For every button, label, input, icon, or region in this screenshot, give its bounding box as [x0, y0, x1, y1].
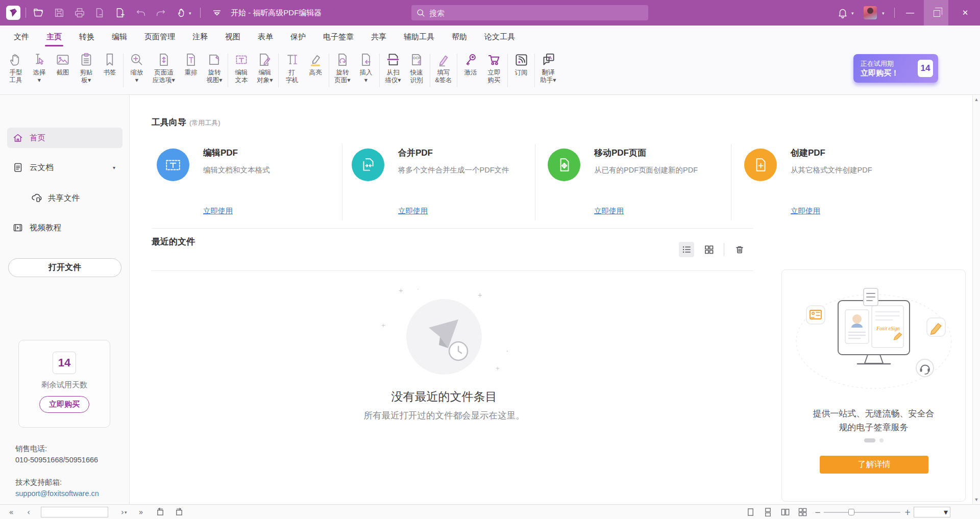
page-plus-icon[interactable] [113, 6, 127, 19]
menu-paper-tools[interactable]: 论文工具 [476, 26, 524, 48]
zoom-in-button[interactable]: + [902, 505, 913, 519]
use-now-link[interactable]: 立即使用 [791, 206, 820, 216]
search-input[interactable] [429, 9, 643, 17]
tool-activate[interactable]: 激活 [459, 52, 482, 77]
cloud-docs-caret-icon[interactable]: ▾ [113, 165, 115, 170]
tool-from-scanner[interactable]: 从扫描仪▾ [381, 52, 405, 84]
tool-reflow[interactable]: 重排 [179, 52, 203, 77]
menu-share[interactable]: 共享 [362, 26, 395, 48]
tool-quick-ocr[interactable]: OCR 快速识别 [405, 52, 428, 84]
use-now-link[interactable]: 立即使用 [203, 206, 233, 216]
collapse-ribbon-icon[interactable] [210, 6, 224, 19]
menu-edit[interactable]: 编辑 [103, 26, 136, 48]
prev-page-button[interactable]: ‹ [22, 505, 35, 519]
undo-icon[interactable] [134, 6, 148, 19]
search-bar[interactable] [411, 5, 648, 20]
menu-protect[interactable]: 保护 [282, 26, 314, 48]
print-icon[interactable] [73, 6, 86, 19]
tool-translate-assistant[interactable]: A 翻译助手▾ [536, 52, 560, 84]
zoom-level-combobox[interactable]: ▾ [914, 507, 950, 517]
notifications-caret-icon[interactable]: ▾ [851, 11, 854, 16]
sidebar-item-home[interactable]: 首页 [7, 128, 122, 148]
clear-recent-button[interactable] [732, 242, 747, 257]
zoom-out-button[interactable]: − [813, 505, 823, 519]
next-view-button[interactable] [172, 505, 186, 519]
page-number-input[interactable] [41, 509, 125, 516]
first-page-button[interactable]: « [4, 505, 18, 519]
tool-typewriter[interactable]: 打字机 [280, 52, 304, 84]
tool-fit-page[interactable]: 页面适应选项▾ [149, 52, 179, 84]
menu-convert[interactable]: 转换 [70, 26, 103, 48]
sidebar-item-cloud-docs[interactable]: 云文档 ▾ [7, 157, 122, 178]
page-number-combobox[interactable]: ▾ [41, 507, 108, 517]
touch-mode-caret-icon[interactable]: ▾ [189, 11, 191, 16]
tool-rotate-view[interactable]: 旋转视图▾ [203, 52, 226, 84]
menu-accessibility[interactable]: 辅助工具 [395, 26, 443, 48]
close-button[interactable]: ✕ [950, 0, 980, 26]
tool-rotate-pages[interactable]: 旋转页面▾ [331, 52, 354, 84]
sidebar-item-video-tutorials[interactable]: 视频教程 [7, 217, 122, 238]
tool-subscribe[interactable]: 订阅 [509, 52, 533, 77]
previous-view-button[interactable] [153, 505, 167, 519]
scanner-icon [385, 52, 401, 68]
tool-clipboard[interactable]: 剪贴板▾ [75, 52, 98, 84]
minimize-button[interactable]: — [898, 0, 922, 26]
buy-now-button[interactable]: 立即购买 [39, 396, 89, 413]
carousel-dots[interactable] [782, 438, 965, 442]
support-email-link[interactable]: support@foxitsoftware.cn [15, 489, 99, 498]
open-file-button[interactable]: 打开文件 [8, 258, 121, 277]
tool-edit-object[interactable]: 编辑对象▾ [253, 52, 277, 84]
tool-card-merge-pdf[interactable]: 合并PDF 将多个文件合并生成一个PDF文件 立即使用 [352, 144, 541, 220]
tool-card-move-pdf-pages[interactable]: 移动PDF页面 从已有的PDF页面创建新的PDF 立即使用 [548, 144, 737, 220]
use-now-link[interactable]: 立即使用 [398, 206, 428, 216]
page-minus-icon[interactable] [93, 6, 106, 19]
menu-file[interactable]: 文件 [5, 26, 38, 48]
facing-continuous-view-button[interactable] [795, 505, 810, 519]
menu-help[interactable]: 帮助 [443, 26, 476, 48]
tool-buy-now[interactable]: 立即购买 [482, 52, 506, 84]
menu-comment[interactable]: 注释 [184, 26, 216, 48]
trial-banner[interactable]: 正在试用期 立即购买！ 14 [853, 54, 938, 83]
facing-view-button[interactable] [778, 505, 792, 519]
tool-edit-text[interactable]: 编辑文本 [230, 52, 253, 84]
zoom-slider-track[interactable] [824, 512, 900, 513]
touch-mode-icon[interactable] [175, 6, 188, 19]
continuous-view-button[interactable] [761, 505, 775, 519]
account-caret-icon[interactable]: ▾ [882, 11, 885, 16]
restore-button[interactable] [924, 0, 948, 26]
tool-card-edit-pdf[interactable]: 编辑PDF 编辑文档和文本格式 立即使用 [157, 144, 346, 220]
menu-page-manage[interactable]: 页面管理 [136, 26, 184, 48]
save-icon[interactable] [53, 6, 66, 19]
zoom-slider-handle[interactable] [848, 509, 854, 515]
menu-form[interactable]: 表单 [249, 26, 282, 48]
vertical-scrollbar[interactable]: ▲ ▼ [972, 95, 980, 504]
tool-select[interactable]: 选择▾ [28, 52, 51, 84]
carousel-dot-active[interactable] [864, 438, 875, 442]
open-file-icon[interactable] [32, 6, 45, 19]
tool-snapshot[interactable]: 截图 [51, 52, 75, 77]
use-now-link[interactable]: 立即使用 [594, 206, 624, 216]
tool-card-create-pdf[interactable]: 创建PDF 从其它格式文件创建PDF 立即使用 [744, 144, 933, 220]
user-avatar[interactable] [864, 6, 877, 19]
single-page-view-button[interactable] [743, 505, 757, 519]
tool-zoom[interactable]: 缩放▾ [125, 52, 149, 84]
tool-fill-sign[interactable]: 填写&签名 [432, 52, 455, 84]
redo-icon[interactable] [154, 6, 167, 19]
sidebar-item-shared-files[interactable]: 共享文件 [7, 188, 122, 208]
next-page-button[interactable]: › [116, 505, 129, 519]
scroll-down-icon[interactable]: ▼ [973, 497, 980, 502]
carousel-dot[interactable] [879, 438, 884, 442]
scroll-up-icon[interactable]: ▲ [973, 97, 980, 102]
tool-insert-pages[interactable]: 插入▾ [354, 52, 378, 84]
tool-highlight[interactable]: 高亮 [304, 52, 327, 77]
list-view-button[interactable] [679, 242, 694, 257]
last-page-button[interactable]: » [134, 505, 148, 519]
learn-more-button[interactable]: 了解详情 [820, 456, 928, 474]
grid-view-button[interactable] [701, 242, 717, 257]
tool-hand[interactable]: 手型工具 [4, 52, 28, 84]
menu-home[interactable]: 主页 [38, 26, 70, 48]
tool-bookmark[interactable]: 书签 [98, 52, 121, 77]
menu-view[interactable]: 视图 [216, 26, 249, 48]
notifications-bell-icon[interactable] [836, 6, 849, 19]
menu-esign[interactable]: 电子签章 [314, 26, 362, 48]
